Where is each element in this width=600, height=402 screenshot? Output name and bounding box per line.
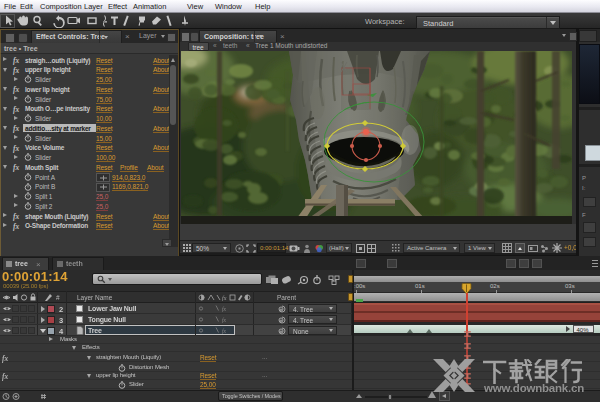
svg-text:fx: fx bbox=[222, 295, 227, 301]
svg-text:fx: fx bbox=[222, 306, 227, 312]
svg-text:fx: fx bbox=[222, 328, 227, 334]
svg-text:fx: fx bbox=[222, 317, 227, 323]
